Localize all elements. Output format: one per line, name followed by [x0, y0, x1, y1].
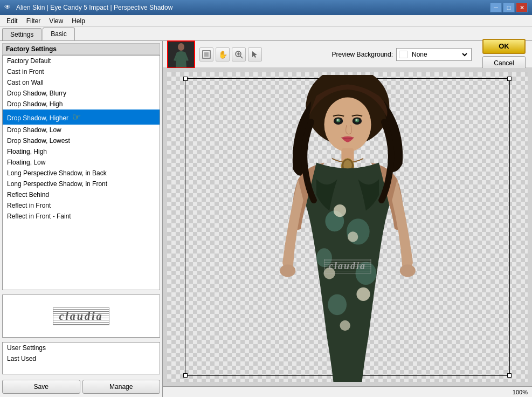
svg-point-27 — [356, 288, 370, 301]
list-item-cast-in-front[interactable]: Cast in Front — [3, 66, 160, 77]
svg-point-14 — [336, 119, 338, 121]
list-item-drop-shadow-lowest[interactable]: Drop Shadow, Lowest — [3, 135, 160, 146]
checkerboard-background: claudia — [167, 72, 528, 382]
zoom-in-icon[interactable] — [232, 47, 246, 61]
left-panel-buttons: Save Manage — [0, 377, 162, 397]
menu-help[interactable]: Help — [67, 16, 89, 26]
handle-top-left[interactable] — [183, 77, 188, 81]
app-icon: 👁 — [4, 3, 13, 12]
list-item-drop-shadow-blurry[interactable]: Drop Shadow, Blurry — [3, 88, 160, 99]
list-item-user-settings[interactable]: User Settings — [3, 343, 160, 353]
main-content: Factory Settings Factory Default Cast in… — [0, 41, 532, 397]
menu-edit[interactable]: Edit — [2, 16, 22, 26]
svg-line-5 — [240, 56, 243, 58]
status-bar: 100% — [163, 386, 532, 397]
woman-figure-svg — [245, 75, 450, 382]
svg-point-24 — [333, 204, 346, 217]
list-item-floating-high[interactable]: Floating, High — [3, 146, 160, 157]
watermark-overlay: claudia — [324, 259, 371, 273]
svg-point-15 — [355, 119, 357, 121]
watermark-area: claudia — [2, 295, 160, 338]
preview-bg-label: Preview Background: — [332, 51, 393, 58]
right-top-bar: ✋ Preview Backgr — [163, 41, 532, 68]
settings-list: Factory Default Cast in Front Cast on Wa… — [2, 55, 160, 290]
preview-bg-swatch — [399, 51, 407, 58]
user-settings-items: User Settings Last Used — [3, 343, 160, 364]
canvas-area[interactable]: claudia — [163, 68, 532, 386]
ok-button[interactable]: OK — [482, 39, 526, 54]
selection-arrow-icon: ☞ — [72, 111, 81, 123]
list-item-drop-shadow-low[interactable]: Drop Shadow, Low — [3, 125, 160, 135]
list-item-drop-shadow-higher[interactable]: Drop Shadow, Higher ☞ — [3, 109, 160, 125]
pan-icon[interactable]: ✋ — [216, 47, 230, 61]
settings-group-label[interactable]: Factory Settings — [2, 43, 160, 55]
list-item-reflect-behind[interactable]: Reflect Behind — [3, 189, 160, 200]
list-item-drop-shadow-high[interactable]: Drop Shadow, High — [3, 99, 160, 109]
svg-point-30 — [399, 264, 415, 277]
svg-point-23 — [328, 294, 347, 315]
title-bar-controls: ─ □ ✕ — [490, 3, 528, 12]
tab-basic[interactable]: Basic — [43, 28, 74, 40]
toolbar-icons: ✋ — [199, 47, 262, 61]
list-item-cast-on-wall[interactable]: Cast on Wall — [3, 77, 160, 88]
svg-rect-3 — [204, 52, 209, 57]
menu-bar: Edit Filter View Help — [0, 15, 532, 27]
tab-bar: Settings Basic — [0, 27, 532, 41]
preview-thumbnail — [167, 40, 195, 69]
title-bar: 👁 Alien Skin | Eye Candy 5 Impact | Pers… — [0, 0, 532, 15]
save-button[interactable]: Save — [2, 380, 80, 394]
left-panel: Factory Settings Factory Default Cast in… — [0, 41, 163, 397]
zoom-level: 100% — [513, 389, 528, 395]
tab-settings[interactable]: Settings — [2, 28, 42, 40]
right-panel: ✋ Preview Backgr — [163, 41, 532, 397]
settings-list-container: Factory Settings Factory Default Cast in… — [0, 41, 162, 292]
menu-filter[interactable]: Filter — [22, 16, 45, 26]
thumbnail-inner — [168, 42, 194, 67]
watermark-text: claudia — [53, 307, 109, 325]
svg-point-28 — [340, 320, 350, 331]
list-item-reflect-in-front[interactable]: Reflect in Front — [3, 200, 160, 211]
preview-bg-select[interactable]: None White Black Custom... — [410, 50, 469, 59]
handle-bottom-left[interactable] — [183, 373, 188, 378]
list-item-floating-low[interactable]: Floating, Low — [3, 157, 160, 168]
list-item-reflect-in-front-faint[interactable]: Reflect in Front - Faint — [3, 211, 160, 222]
user-settings-list: User Settings Last Used — [2, 342, 160, 374]
preview-bg-selector[interactable]: None White Black Custom... — [396, 48, 472, 61]
svg-point-29 — [280, 264, 295, 277]
action-buttons: OK Cancel — [480, 37, 528, 72]
list-item-last-used[interactable]: Last Used — [3, 353, 160, 364]
handle-top-right[interactable] — [507, 77, 512, 81]
list-item-long-perspective-back[interactable]: Long Perspective Shadow, in Back — [3, 168, 160, 179]
pointer-icon[interactable] — [248, 47, 262, 61]
zoom-fit-icon[interactable] — [199, 47, 213, 61]
preview-background-control: Preview Background: None White Black Cus… — [332, 48, 472, 61]
svg-point-1 — [178, 43, 184, 51]
canvas-inner: claudia — [167, 72, 528, 382]
thumbnail-figure-svg — [168, 42, 194, 67]
close-button[interactable]: ✕ — [516, 3, 528, 12]
title-bar-title: Alien Skin | Eye Candy 5 Impact | Perspe… — [16, 4, 172, 11]
handle-bottom-right[interactable] — [507, 373, 512, 378]
minimize-button[interactable]: ─ — [490, 3, 502, 12]
menu-view[interactable]: View — [45, 16, 67, 26]
list-item-long-perspective-front[interactable]: Long Perspective Shadow, in Front — [3, 179, 160, 189]
list-item-factory-default[interactable]: Factory Default — [3, 56, 160, 66]
manage-button[interactable]: Manage — [82, 380, 161, 394]
svg-point-25 — [348, 231, 358, 242]
maximize-button[interactable]: □ — [503, 3, 515, 12]
svg-point-9 — [324, 98, 371, 152]
